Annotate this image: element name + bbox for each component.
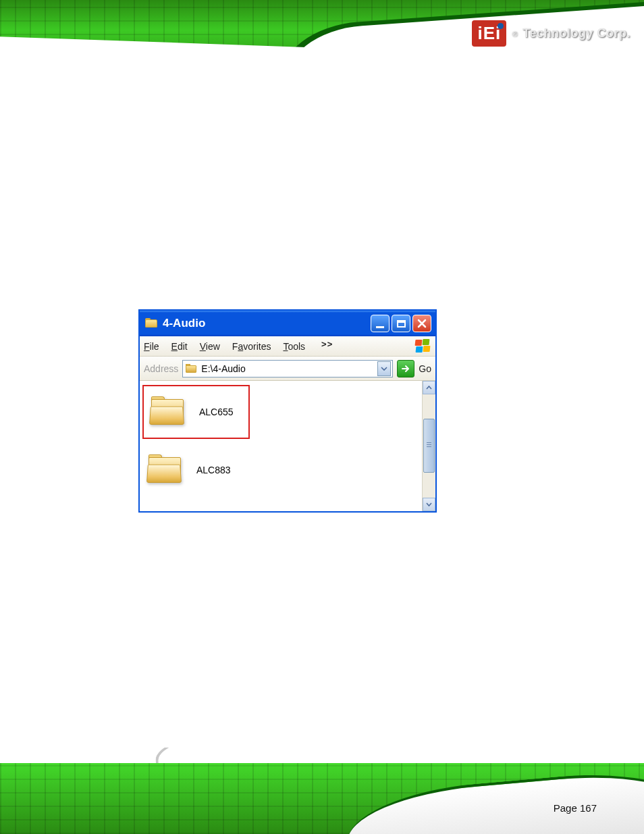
file-list: ALC655 ALC883 — [140, 381, 422, 511]
menu-overflow[interactable]: >> — [321, 339, 333, 349]
window-title: 4-Audio — [163, 317, 367, 330]
brand-logo: iEi ® Technology Corp. — [472, 20, 630, 47]
close-button[interactable] — [412, 315, 431, 332]
address-label: Address — [144, 363, 178, 374]
folder-icon — [146, 454, 184, 486]
folder-label: ALC883 — [196, 465, 231, 475]
menu-tools[interactable]: Tools — [283, 341, 305, 352]
logo-mark: iEi — [472, 20, 506, 47]
maximize-icon — [397, 320, 406, 328]
address-path: E:\4-Audio — [201, 363, 374, 374]
go-label: Go — [419, 363, 431, 374]
arrow-right-icon — [401, 364, 410, 373]
scroll-down-button[interactable] — [423, 498, 435, 511]
header-banner: iEi ® Technology Corp. — [0, 0, 644, 76]
window-controls — [371, 315, 431, 332]
chevron-down-icon — [426, 502, 432, 506]
folder-icon — [149, 396, 187, 427]
menu-file[interactable]: File — [144, 341, 159, 352]
maximize-button[interactable] — [392, 315, 410, 332]
menu-edit[interactable]: Edit — [171, 341, 188, 352]
menu-view[interactable]: View — [200, 341, 220, 352]
folder-icon — [186, 364, 198, 373]
windows-flag-icon — [415, 339, 431, 354]
chevron-down-icon — [381, 367, 387, 371]
address-bar: Address E:\4-Audio Go — [140, 357, 435, 381]
minimize-button[interactable] — [371, 315, 390, 332]
folder-item-alc883[interactable]: ALC883 — [140, 443, 422, 497]
scroll-thumb[interactable] — [423, 419, 435, 473]
folder-label: ALC655 — [199, 407, 234, 417]
chevron-up-icon — [426, 386, 432, 390]
vertical-scrollbar[interactable] — [422, 381, 435, 511]
close-icon — [417, 319, 427, 328]
folder-item-alc655[interactable]: ALC655 — [142, 385, 250, 439]
menu-bar: File Edit View Favorites Tools >> — [140, 336, 435, 357]
address-dropdown-button[interactable] — [377, 361, 391, 376]
page-number: Page 167 — [554, 802, 597, 814]
content-area: ALC655 ALC883 — [140, 381, 435, 511]
window-titlebar[interactable]: 4-Audio — [140, 311, 435, 336]
go-button[interactable] — [397, 360, 414, 377]
address-combo[interactable]: E:\4-Audio — [182, 360, 393, 377]
explorer-window: 4-Audio File Edit View Favorites Tools >… — [138, 309, 437, 513]
menu-favorites[interactable]: Favorites — [232, 341, 271, 352]
logo-dot-icon — [498, 23, 504, 29]
minimize-icon — [376, 326, 384, 328]
company-name: Technology Corp. — [522, 26, 630, 41]
footer-banner: Page 167 — [0, 748, 644, 834]
scroll-track[interactable] — [423, 394, 435, 498]
folder-icon — [145, 318, 159, 329]
registered-mark: ® — [512, 30, 517, 38]
scroll-up-button[interactable] — [423, 381, 435, 394]
